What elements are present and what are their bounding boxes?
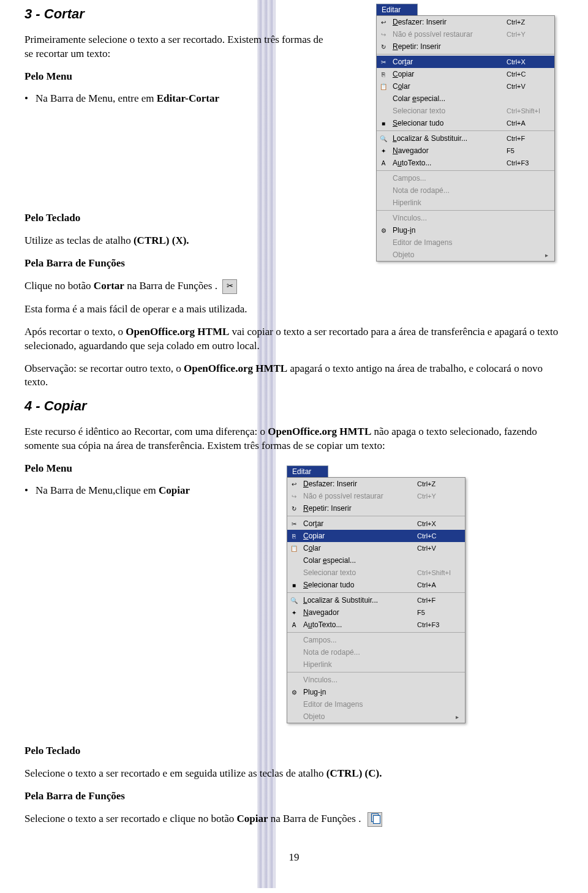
s4-pela-barra-heading: Pela Barra de Funções [24, 789, 564, 804]
menu-item: Campos... [377, 172, 554, 184]
menu-item: Colar especial... [287, 554, 465, 567]
s4-bullet1-text: Na Barra de Menu,clique em [36, 484, 159, 496]
menu-item-label: Nota de rodapé... [301, 648, 417, 657]
s3-bullet-1: • Na Barra de Menu, entre em Editar-Cort… [24, 92, 331, 105]
menu-item-icon: ✦ [287, 609, 301, 616]
menu-separator [377, 130, 554, 131]
menu-item-shortcut: Ctrl+V [507, 83, 554, 90]
menu-item-label: Não é possível restaurar [390, 30, 507, 39]
menu-separator [377, 210, 554, 211]
bullet-icon: • [24, 484, 36, 497]
menu-item: Nota de rodapé... [377, 184, 554, 197]
menu-item-label: Hiperlink [390, 198, 507, 207]
menu-separator [287, 592, 465, 593]
menu-item-icon: ■ [377, 120, 390, 127]
menu-item-shortcut: F5 [507, 147, 554, 154]
scissors-icon: ✂ [222, 279, 237, 294]
s3-pelo-menu-heading: Pelo Menu [24, 70, 331, 84]
menu-item-shortcut: Ctrl+F [507, 135, 554, 142]
menu-item: ⎘CopiarCtrl+C [287, 530, 465, 542]
s3-obs: Observação: se recortar outro texto, o O… [24, 362, 564, 390]
menu-item-shortcut: Ctrl+F [417, 597, 465, 604]
menu-item-label: Selecionar tudo [390, 119, 507, 127]
menu-item: ↩Desfazer: InserirCtrl+Z [377, 16, 554, 28]
menu-item: Vínculos... [377, 212, 554, 224]
menu-item: Objeto [377, 249, 554, 261]
menu-item-label: Selecionar tudo [301, 581, 417, 589]
menu-item-icon: 📋 [287, 545, 301, 552]
menu-item: Selecionar textoCtrl+Shift+I [287, 567, 465, 579]
s3-bullet1-bold: Editar-Cortar [157, 92, 219, 104]
menu-item-icon: ⎘ [377, 71, 390, 78]
menu-item-icon: ✂ [287, 521, 301, 527]
menu-item-label: Objeto [390, 251, 507, 259]
menu-item-label: Colar especial... [301, 556, 417, 565]
menu-item: ✦NavegadorF5 [287, 606, 465, 619]
menu-item-shortcut: Ctrl+F3 [417, 621, 465, 628]
menu-item-label: Colar [390, 82, 507, 91]
copy-icon [368, 812, 382, 827]
menu-item-label: Vínculos... [390, 214, 507, 222]
menu-item-icon: ⎘ [287, 533, 301, 540]
menu-separator [287, 632, 465, 633]
menu-item-icon: ✦ [377, 148, 390, 154]
menu-item: ↩Desfazer: InserirCtrl+Z [287, 478, 465, 490]
menu-item-shortcut: Ctrl+Z [507, 18, 554, 26]
s3-bullet1-text: Na Barra de Menu, entre em [36, 92, 157, 104]
menu-item-label: Repetir: Inserir [301, 504, 417, 513]
menu-item: ↪Não é possível restaurarCtrl+Y [377, 28, 554, 40]
menu-item-label: Localizar & Substituir... [390, 134, 507, 143]
menu-item: Editor de Imagens [287, 698, 465, 710]
menu-item-label: Objeto [301, 712, 417, 721]
menu-item-label: Campos... [301, 636, 417, 644]
menu-item: ✂CortarCtrl+X [377, 56, 554, 68]
menu-item: ↻Repetir: Inserir [287, 502, 465, 514]
menu-item-label: Não é possível restaurar [301, 492, 417, 500]
menu-item-icon: ■ [287, 582, 301, 589]
s3-intro: Primeiramente selecione o texto a ser re… [24, 33, 331, 61]
s4-intro: Este recurso é idêntico ao Recortar, com… [24, 425, 564, 453]
s4-barra-text: Selecione o texto a ser recortado e cliq… [24, 812, 564, 827]
menu-item-label: Cortar [390, 58, 507, 66]
menu-item-label: Colar [301, 544, 417, 552]
menu-item-shortcut [507, 252, 554, 258]
s4-bullet1-bold: Copiar [159, 484, 190, 496]
menu-item: 📋ColarCtrl+V [287, 542, 465, 554]
menu-item: Selecionar textoCtrl+Shift+I [377, 105, 554, 117]
menu-item-label: Campos... [390, 174, 507, 183]
section-4-title: 4 - Copiar [24, 398, 564, 414]
menu-item-label: Localizar & Substituir... [301, 596, 417, 605]
menu-item-shortcut: Ctrl+V [417, 544, 465, 552]
s3-after: Após recortar o texto, o OpenOffice.org … [24, 325, 564, 353]
menu-item: Objeto [287, 710, 465, 723]
menu-item-icon: ⚙ [377, 227, 390, 234]
menu-item-icon: A [377, 160, 390, 167]
menu-item: 🔍Localizar & Substituir...Ctrl+F [287, 594, 465, 606]
menu-separator [287, 516, 465, 516]
menu-item-shortcut: Ctrl+F3 [507, 159, 554, 167]
menu-item-icon: ↩ [377, 19, 390, 26]
menu-item: 📋ColarCtrl+V [377, 80, 554, 92]
menu-item-shortcut: Ctrl+Z [417, 480, 465, 488]
menu-item-icon: 🔍 [287, 597, 301, 604]
menu-item-label: Copiar [301, 532, 417, 540]
menu-item-icon: ↪ [287, 493, 301, 500]
menu-item: AAutoTexto...Ctrl+F3 [377, 157, 554, 169]
menu-item: ✂CortarCtrl+X [287, 518, 465, 530]
bullet-icon: • [24, 92, 36, 105]
menu-item-label: Hiperlink [301, 660, 417, 669]
menu-item-label: Navegador [301, 608, 417, 617]
menu-item: ■Selecionar tudoCtrl+A [377, 117, 554, 129]
menu-item-label: AutoTexto... [390, 159, 507, 167]
menu-item-label: Plug-in [301, 688, 417, 696]
menu-item-shortcut: Ctrl+Shift+I [417, 569, 465, 576]
menu-item: ⚙Plug-in [287, 686, 465, 698]
s3-easy: Esta forma é a mais fácil de operar e a … [24, 303, 564, 317]
menu-item-label: Editor de Imagens [390, 238, 507, 247]
menu-item-label: Colar especial... [390, 94, 507, 103]
menu-item-shortcut: Ctrl+Y [507, 31, 554, 38]
menu-item-icon: ↻ [377, 43, 390, 50]
menu-item: Hiperlink [287, 658, 465, 671]
menu-item-label: Repetir: Inserir [390, 42, 507, 51]
menu-item: Editor de Imagens [377, 236, 554, 249]
